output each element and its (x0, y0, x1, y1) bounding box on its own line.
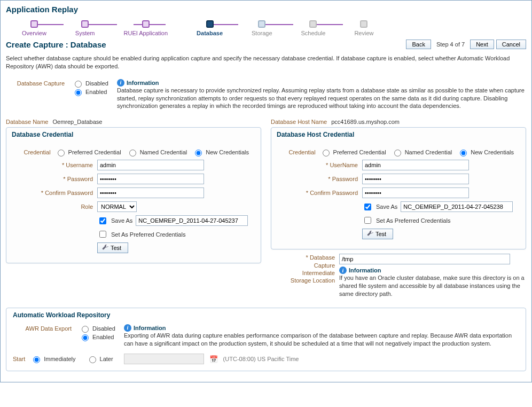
host-setpref-label: Set As Preferred Credentials (376, 217, 450, 224)
db-name-value: Oemrep_Database (53, 119, 103, 125)
db-credential-panel: Database Credential Credential Preferred… (6, 127, 261, 263)
page-heading: Create Capture : Database (6, 40, 106, 49)
db-role-select[interactable]: NORMAL (97, 201, 137, 212)
db-saveas-label: Save As (111, 217, 132, 224)
db-setpref-label: Set As Preferred Credentials (111, 231, 185, 238)
storage-label: * Database Capture Intermediate Storage … (271, 254, 335, 298)
wrench-icon (102, 245, 108, 251)
host-credential-title: Database Host Credential (271, 128, 526, 140)
train-step-review: Review (354, 20, 373, 36)
host-cred-new-radio[interactable]: New Credentials (457, 148, 514, 156)
db-saveas-input[interactable] (136, 215, 248, 226)
db-capture-label: Database Capture (6, 79, 65, 87)
awr-start-immediately-radio[interactable]: Immediately (30, 355, 75, 363)
db-capture-info-body: Database capture is necessary to provide… (117, 87, 526, 111)
host-cred-named-radio[interactable]: Named Credential (392, 148, 452, 156)
host-password-label: Password (278, 176, 358, 182)
db-confirm-label: Confirm Password (13, 190, 93, 196)
host-password-input[interactable] (362, 174, 469, 184)
app-title: Application Replay (6, 3, 526, 17)
next-button[interactable]: Next (470, 40, 494, 49)
storage-info-body: If you have an Oracle cluster database, … (339, 274, 526, 298)
db-password-label: Password (13, 176, 93, 182)
host-confirm-input[interactable] (362, 187, 469, 198)
host-setpref-check[interactable] (364, 217, 371, 224)
cancel-button[interactable]: Cancel (496, 40, 526, 49)
info-icon: i (339, 267, 347, 274)
train-step-system[interactable]: System (75, 20, 95, 36)
db-host-value: pcc41689.us.myshop.com (331, 119, 400, 125)
db-cred-new-radio[interactable]: New Credentials (192, 148, 249, 156)
db-capture-enabled-radio[interactable]: Enabled (72, 88, 109, 96)
host-cred-preferred-radio[interactable]: Preferred Credential (320, 148, 386, 156)
calendar-icon[interactable]: 📅 (209, 355, 218, 363)
db-host-label: Database Host Name (271, 119, 327, 125)
db-username-label: Username (13, 162, 93, 168)
awr-enabled-radio[interactable]: Enabled (79, 333, 116, 341)
awr-info-body: Exporting of AWR data during capture ena… (124, 332, 519, 348)
host-cred-label: Credential (278, 149, 316, 155)
db-setpref-check[interactable] (99, 231, 106, 238)
train-step-overview[interactable]: Overview (22, 20, 46, 36)
db-cred-preferred-radio[interactable]: Preferred Credential (55, 148, 121, 156)
host-saveas-check[interactable] (364, 204, 371, 210)
host-saveas-input[interactable] (401, 201, 513, 212)
db-role-label: Role (13, 204, 93, 210)
db-test-button[interactable]: Test (97, 242, 128, 253)
storage-input[interactable] (339, 254, 510, 264)
train-step-ruei[interactable]: RUEI Application (124, 20, 168, 36)
awr-start-date-input[interactable] (124, 354, 204, 364)
storage-info-title: Information (349, 267, 381, 273)
db-cred-label: Credential (13, 149, 51, 155)
host-username-label: UserName (278, 162, 358, 168)
awr-title: Automatic Workload Repository (13, 308, 519, 323)
awr-export-label: AWR Data Export (13, 324, 72, 332)
host-username-input[interactable] (362, 160, 469, 170)
wizard-train: Overview System RUEI Application Databas… (6, 17, 526, 38)
db-confirm-input[interactable] (97, 187, 204, 198)
awr-tz: (UTC-08:00) US Pacific Time (223, 356, 299, 362)
train-step-storage[interactable]: Storage (252, 20, 272, 36)
awr-info-title: Information (134, 325, 166, 331)
train-step-database[interactable]: Database (197, 20, 223, 36)
intro-text: Select whether database capture should b… (6, 49, 526, 78)
awr-start-later-radio[interactable]: Later (87, 355, 113, 363)
db-password-input[interactable] (97, 174, 204, 184)
awr-disabled-radio[interactable]: Disabled (79, 324, 116, 333)
db-credential-title: Database Credential (6, 128, 261, 140)
host-saveas-label: Save As (376, 204, 397, 210)
info-icon: i (117, 79, 124, 87)
host-test-button[interactable]: Test (362, 229, 393, 239)
db-saveas-check[interactable] (99, 217, 106, 224)
db-cred-named-radio[interactable]: Named Credential (127, 148, 187, 156)
db-capture-disabled-radio[interactable]: Disabled (72, 79, 109, 88)
host-confirm-label: Confirm Password (278, 190, 358, 196)
db-name-label: Database Name (6, 119, 49, 125)
awr-start-label: Start (13, 356, 25, 362)
step-indicator: Step 4 of 7 (433, 41, 468, 48)
back-button[interactable]: Back (406, 40, 431, 49)
train-step-schedule: Schedule (301, 20, 326, 36)
awr-panel: Automatic Workload Repository AWR Data E… (6, 308, 526, 372)
wrench-icon (367, 231, 373, 237)
db-username-input[interactable] (97, 160, 204, 170)
db-capture-info-title: Information (127, 80, 159, 86)
host-credential-panel: Database Host Credential Credential Pref… (271, 127, 526, 249)
info-icon: i (124, 324, 131, 332)
